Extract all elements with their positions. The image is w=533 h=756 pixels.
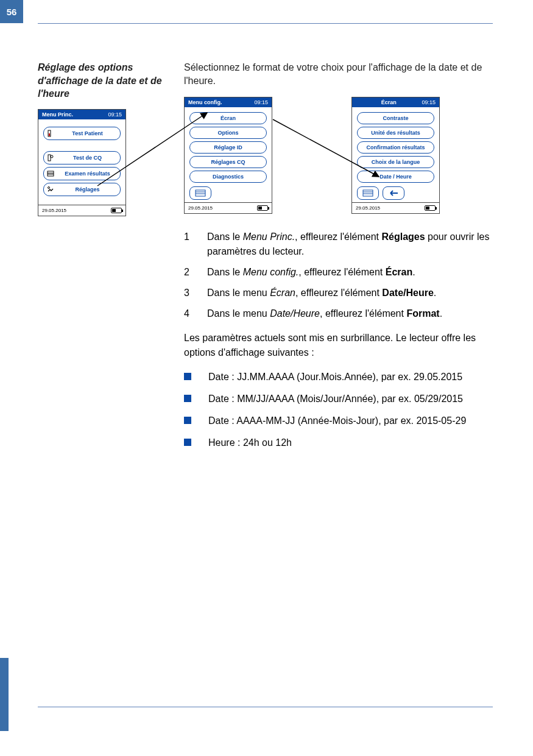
device-screen-main-menu: Menu Princ. 09:15 Test Patient <box>38 109 126 216</box>
menu-item-test-cq[interactable]: Test de CQ <box>43 151 121 164</box>
section-title: Réglage des options d'affichage de la da… <box>38 61 166 101</box>
device-screen-config-menu: Menu config. 09:15 Écran Options Réglage… <box>184 97 272 214</box>
back-button[interactable] <box>383 186 404 200</box>
svg-rect-8 <box>196 190 205 196</box>
bullet-list: Date : JJ.MM.AAAA (Jour.Mois.Année), par… <box>184 370 493 450</box>
menu-item-date-heure[interactable]: Date / Heure <box>357 171 434 183</box>
menu-item-label: Réglage ID <box>214 144 242 150</box>
list-button[interactable] <box>357 186 379 200</box>
step-text: Dans le menu Date/Heure, effleurez l'élé… <box>207 306 493 321</box>
menu-item-label: Examen résultats <box>57 171 118 177</box>
step-number: 2 <box>184 265 190 280</box>
device-title: Écran <box>356 99 422 105</box>
square-bullet-icon <box>184 395 191 402</box>
device-header: Écran 09:15 <box>352 97 439 107</box>
device-date: 29.05.2015 <box>188 205 213 211</box>
device-footer: 29.05.2015 <box>185 202 272 213</box>
svg-point-7 <box>48 186 50 188</box>
svg-rect-11 <box>363 190 373 196</box>
step-text: Dans le Menu Princ., effleurez l'élément… <box>207 230 493 259</box>
device-time: 09:15 <box>108 111 122 118</box>
menu-item-reglage-id[interactable]: Réglage ID <box>189 141 267 154</box>
menu-item-label: Test Patient <box>57 130 118 136</box>
menu-item-label: Unité des résultats <box>371 130 420 136</box>
menu-item-label: Contraste <box>383 115 408 121</box>
side-strip <box>0 658 9 731</box>
step-number: 1 <box>184 230 190 259</box>
list-icon <box>362 189 373 197</box>
svg-rect-1 <box>49 133 50 136</box>
bullet-text: Date : JJ.MM.AAAA (Jour.Mois.Année), par… <box>208 370 493 384</box>
device-screen-ecran-menu: Écran 09:15 Contraste Unité des résultat… <box>351 97 440 214</box>
bullet-item: Date : AAAA-MM-JJ (Année-Mois-Jour), par… <box>184 414 493 428</box>
device-header: Menu Princ. 09:15 <box>38 110 125 119</box>
step-2: 2 Dans le Menu config., effleurez l'élém… <box>184 265 493 280</box>
svg-rect-2 <box>48 155 51 161</box>
device-time: 09:15 <box>422 99 436 105</box>
battery-icon <box>257 205 268 211</box>
steps-list: 1 Dans le Menu Princ., effleurez l'éléme… <box>184 230 493 321</box>
test-patient-icon <box>46 130 55 137</box>
menu-item-test-patient[interactable]: Test Patient <box>43 127 121 140</box>
bullet-text: Date : AAAA-MM-JJ (Année-Mois-Jour), par… <box>208 414 493 428</box>
bullet-text: Heure : 24h ou 12h <box>208 436 493 450</box>
battery-icon <box>425 205 436 211</box>
menu-item-label: Réglages CQ <box>211 159 245 165</box>
bottom-rule <box>38 707 493 707</box>
back-arrow-icon <box>388 189 399 197</box>
battery-icon <box>111 208 122 213</box>
menu-item-label: Écran <box>221 115 236 121</box>
step-number: 3 <box>184 286 190 300</box>
list-icon <box>195 189 206 197</box>
menu-item-choix-langue[interactable]: Choix de la langue <box>357 156 434 168</box>
menu-item-contraste[interactable]: Contraste <box>357 112 434 124</box>
device-date: 29.05.2015 <box>42 208 66 213</box>
paragraph: Les paramètres actuels sont mis en surbr… <box>184 331 493 360</box>
menu-item-label: Date / Heure <box>379 174 412 180</box>
menu-item-label: Options <box>218 130 239 136</box>
bullet-item: Date : JJ.MM.AAAA (Jour.Mois.Année), par… <box>184 370 493 384</box>
menu-item-label: Test de CQ <box>57 155 118 161</box>
menu-item-options[interactable]: Options <box>189 127 267 139</box>
step-1: 1 Dans le Menu Princ., effleurez l'éléme… <box>184 230 493 259</box>
menu-item-diagnostics[interactable]: Diagnostics <box>189 171 267 183</box>
device-date: 29.05.2015 <box>356 205 380 211</box>
step-3: 3 Dans le menu Écran, effleurez l'élémen… <box>184 286 493 300</box>
device-title: Menu Princ. <box>42 111 108 118</box>
menu-item-label: Réglages <box>57 186 118 193</box>
square-bullet-icon <box>184 373 191 380</box>
settings-icon <box>46 186 55 193</box>
menu-item-unite-resultats[interactable]: Unité des résultats <box>357 127 434 139</box>
square-bullet-icon <box>184 439 191 446</box>
list-button[interactable] <box>189 186 211 200</box>
svg-rect-4 <box>48 171 54 176</box>
menu-item-examine-results[interactable]: Examen résultats <box>43 167 121 180</box>
svg-point-3 <box>51 155 53 158</box>
bullet-item: Date : MM/JJ/AAAA (Mois/Jour/Année), par… <box>184 392 493 406</box>
menu-item-reglages-cq[interactable]: Réglages CQ <box>189 156 267 168</box>
device-title: Menu config. <box>188 99 254 105</box>
menu-item-label: Choix de la langue <box>372 159 420 165</box>
device-footer: 29.05.2015 <box>38 205 125 216</box>
square-bullet-icon <box>184 417 191 424</box>
menu-item-settings[interactable]: Réglages <box>43 183 121 196</box>
step-number: 4 <box>184 306 190 321</box>
menu-item-ecran[interactable]: Écran <box>189 112 267 124</box>
menu-item-label: Confirmation résultats <box>366 144 425 150</box>
bullet-text: Date : MM/JJ/AAAA (Mois/Jour/Année), par… <box>208 392 493 406</box>
bullet-item: Heure : 24h ou 12h <box>184 436 493 450</box>
device-time: 09:15 <box>254 99 268 105</box>
menu-item-confirmation-resultats[interactable]: Confirmation résultats <box>357 141 434 154</box>
step-text: Dans le Menu config., effleurez l'élémen… <box>207 265 493 280</box>
intro-text: Sélectionnez le format de votre choix po… <box>184 61 493 88</box>
test-cq-icon <box>46 154 55 161</box>
device-footer: 29.05.2015 <box>352 202 439 213</box>
step-text: Dans le menu Écran, effleurez l'élément … <box>207 286 493 300</box>
step-4: 4 Dans le menu Date/Heure, effleurez l'é… <box>184 306 493 321</box>
results-icon <box>46 170 55 177</box>
device-header: Menu config. 09:15 <box>185 97 272 107</box>
menu-item-label: Diagnostics <box>213 174 244 180</box>
